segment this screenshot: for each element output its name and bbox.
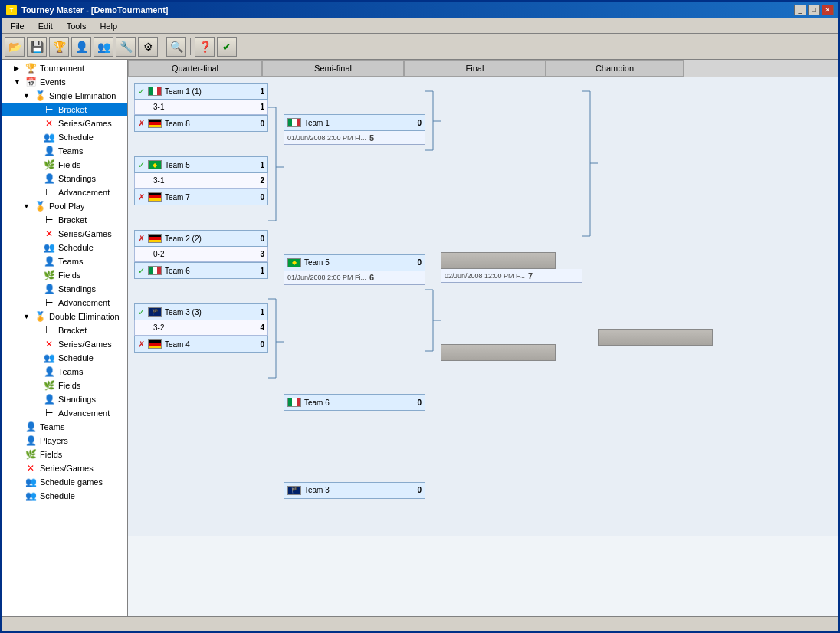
sf4-team1[interactable]: 🏴 Team 3 0 xyxy=(284,482,425,499)
qf4-team2[interactable]: ✗ Team 4 0 xyxy=(134,336,268,353)
expand-double-elim[interactable]: ▼ xyxy=(23,313,31,320)
sidebar-item-pool-play[interactable]: ▼ 🏅 Pool Play xyxy=(2,199,127,213)
window-title: Tourney Master - [DemoTournament] xyxy=(21,5,169,15)
menu-help[interactable]: Help xyxy=(94,20,123,32)
sf1-t1-score: 0 xyxy=(409,119,422,127)
sidebar-item-series-games[interactable]: ✕ Series/Games xyxy=(2,116,127,130)
sidebar-item-teams3[interactable]: 👤 Teams xyxy=(2,365,127,379)
sidebar-item-series-games2[interactable]: ✕ Series/Games xyxy=(2,227,127,241)
toolbar-help[interactable]: ❓ xyxy=(195,37,215,57)
expand-tournament[interactable]: ▶ xyxy=(14,64,21,72)
bracket-headers: Quarter-final Semi-final Final Champion xyxy=(128,60,838,77)
toolbar-trophy[interactable]: 🏆 xyxy=(49,37,69,57)
sidebar-item-bracket[interactable]: ⊢ Bracket xyxy=(2,103,127,116)
title-bar-left: T Tourney Master - [DemoTournament] xyxy=(6,5,169,15)
sidebar-item-schedule-games[interactable]: 👥 Schedule games xyxy=(2,475,127,489)
qf1-series-score: 3-1 xyxy=(153,103,249,111)
maximize-button[interactable]: □ xyxy=(808,5,820,15)
header-qf: Quarter-final xyxy=(128,60,262,77)
sidebar-item-series-games3[interactable]: ✕ Series/Games xyxy=(2,337,127,351)
sidebar-item-players[interactable]: 👤 Players xyxy=(2,434,127,448)
sidebar-item-bracket2[interactable]: ⊢ Bracket xyxy=(2,213,127,227)
qf4-series-result: 4 xyxy=(252,323,264,332)
qf3-t2-status: ✓ xyxy=(138,266,145,276)
sf2-team1[interactable]: Team 5 0 xyxy=(284,254,425,271)
qf1-t2-status: ✗ xyxy=(138,119,145,129)
sidebar-item-bracket3[interactable]: ⊢ Bracket xyxy=(2,323,127,337)
sidebar-item-single-elim[interactable]: ▼ 🏅 Single Elimination xyxy=(2,89,127,103)
expand-events[interactable]: ▼ xyxy=(14,78,21,86)
sidebar-item-standings2[interactable]: 👤 Standings xyxy=(2,282,127,296)
sidebar-item-teams-root[interactable]: 👤 Teams xyxy=(2,420,127,434)
sf-match-2: Team 5 0 01/Jun/2008 2:00 PM Fi... 6 xyxy=(284,254,425,285)
toolbar-search[interactable]: 🔍 xyxy=(166,37,186,57)
expand-pool-play[interactable]: ▼ xyxy=(23,202,31,210)
window-controls[interactable]: _ □ ✕ xyxy=(794,5,834,15)
qf-match-2: ✓ Team 5 1 3-1 2 ✗ xyxy=(134,156,268,205)
sf3-team1[interactable]: Team 6 0 xyxy=(284,394,425,411)
sidebar-item-fields-root[interactable]: 🌿 Fields xyxy=(2,448,127,461)
qf2-team2[interactable]: ✗ Team 7 0 xyxy=(134,189,268,205)
sidebar-label-schedule2: Schedule xyxy=(58,243,94,252)
sidebar-label-fields2: Fields xyxy=(58,271,80,280)
menu-edit[interactable]: Edit xyxy=(32,20,59,32)
sidebar-item-fields2[interactable]: 🌿 Fields xyxy=(2,268,127,282)
toolbar-users[interactable]: 👥 xyxy=(94,37,113,57)
sidebar-item-teams[interactable]: 👤 Teams xyxy=(2,144,127,158)
sidebar-item-advancement3[interactable]: ⊢ Advancement xyxy=(2,406,127,420)
minimize-button[interactable]: _ xyxy=(794,5,806,15)
sidebar-label-series-games3: Series/Games xyxy=(58,339,112,349)
toolbar-save[interactable]: 💾 xyxy=(27,37,47,57)
expand-single-elim[interactable]: ▼ xyxy=(23,92,31,100)
series-games-icon: ✕ xyxy=(43,118,55,129)
sf1-team1[interactable]: Team 1 0 xyxy=(284,114,425,131)
sidebar-label-standings: Standings xyxy=(58,174,96,183)
sidebar-item-standings[interactable]: 👤 Standings xyxy=(2,172,127,185)
toolbar-open[interactable]: 📂 xyxy=(5,37,25,57)
events-icon: 📅 xyxy=(25,77,37,87)
menu-tools[interactable]: Tools xyxy=(61,20,93,32)
sidebar-label-series-games2: Series/Games xyxy=(58,229,112,238)
qf3-team1[interactable]: ✗ Team 2 (2) 0 xyxy=(134,230,268,247)
sidebar-item-events[interactable]: ▼ 📅 Events xyxy=(2,75,127,89)
qf1-t2-flag xyxy=(148,119,162,128)
sidebar-item-schedule[interactable]: 👥 Schedule xyxy=(2,130,127,144)
sidebar-item-series-root[interactable]: ✕ Series/Games xyxy=(2,461,127,475)
sidebar-label-schedule-root: Schedule xyxy=(40,491,75,500)
sidebar-item-advancement2[interactable]: ⊢ Advancement xyxy=(2,296,127,310)
sidebar-item-advancement[interactable]: ⊢ Advancement xyxy=(2,185,127,199)
sidebar-label-fields3: Fields xyxy=(58,381,80,390)
menu-file[interactable]: File xyxy=(5,20,31,32)
sidebar-item-schedule-root[interactable]: 👥 Schedule xyxy=(2,489,127,503)
qf3-team2[interactable]: ✓ Team 6 1 xyxy=(134,262,268,279)
sf4-t1-flag: 🏴 xyxy=(287,486,301,495)
qf4-team1[interactable]: ✓ 🏴 Team 3 (3) 1 xyxy=(134,303,268,320)
sidebar-label-teams: Teams xyxy=(58,146,83,156)
sidebar-item-fields3[interactable]: 🌿 Fields xyxy=(2,379,127,392)
toolbar-check[interactable]: ✔ xyxy=(217,37,237,57)
toolbar-tool2[interactable]: ⚙ xyxy=(138,37,158,57)
app-icon: T xyxy=(6,5,17,15)
qf1-team1[interactable]: ✓ Team 1 (1) 1 xyxy=(134,83,268,100)
qf3-t2-name: Team 6 xyxy=(165,267,249,275)
champion-box xyxy=(598,329,713,346)
close-button[interactable]: ✕ xyxy=(822,5,834,15)
sidebar-item-fields[interactable]: 🌿 Fields xyxy=(2,158,127,172)
sidebar-item-double-elim[interactable]: ▼ 🏅 Double Elimination xyxy=(2,310,127,323)
sidebar-item-tournament[interactable]: ▶ 🏆 Tournament xyxy=(2,61,127,75)
toolbar-tool1[interactable]: 🔧 xyxy=(116,37,136,57)
sidebar-item-schedule2[interactable]: 👥 Schedule xyxy=(2,241,127,254)
sidebar-item-schedule3[interactable]: 👥 Schedule xyxy=(2,351,127,365)
qf-match-4: ✓ 🏴 Team 3 (3) 1 3-2 4 ✗ xyxy=(134,303,268,353)
sidebar-item-teams2[interactable]: 👤 Teams xyxy=(2,254,127,268)
sidebar-label-schedule3: Schedule xyxy=(58,353,94,362)
toolbar-user1[interactable]: 👤 xyxy=(71,37,91,57)
qf2-team1[interactable]: ✓ Team 5 1 xyxy=(134,156,268,173)
bracket-area: Quarter-final Semi-final Final Champion … xyxy=(128,60,838,616)
bracket-icon: ⊢ xyxy=(43,104,55,115)
sidebar-item-standings3[interactable]: 👤 Standings xyxy=(2,392,127,406)
sf3-t1-name: Team 6 xyxy=(304,398,406,407)
sidebar-label-standings2: Standings xyxy=(58,284,96,294)
qf1-team2[interactable]: ✗ Team 8 0 xyxy=(134,115,268,132)
header-sf: Semi-final xyxy=(262,60,404,77)
